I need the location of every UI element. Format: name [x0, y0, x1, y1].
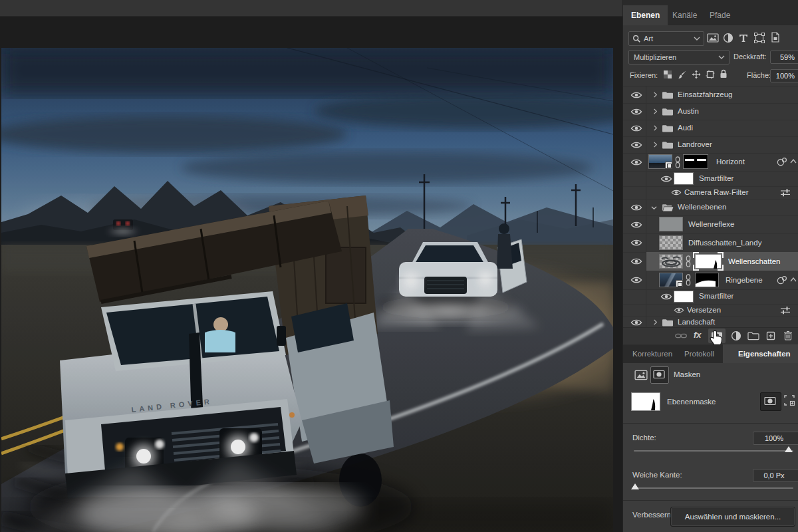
- layer-row-horizont[interactable]: Horizont: [623, 153, 798, 172]
- chevron-down-icon[interactable]: [651, 205, 657, 211]
- select-and-mask-button[interactable]: Auswählen und maskieren...: [670, 507, 795, 527]
- lock-all-icon[interactable]: [720, 69, 728, 78]
- fill-value[interactable]: 100%: [770, 69, 798, 82]
- adjustment-filter-icon[interactable]: [723, 33, 733, 43]
- eye-icon[interactable]: [630, 141, 642, 149]
- eye-icon[interactable]: [630, 319, 642, 327]
- eye-icon[interactable]: [674, 307, 684, 314]
- filter-blend-options-icon[interactable]: [780, 306, 791, 315]
- density-value[interactable]: 100%: [753, 432, 798, 445]
- layer-row-landrover[interactable]: Landrover: [623, 136, 798, 154]
- tab-kanaele[interactable]: Kanäle: [664, 5, 705, 25]
- blend-mode-dropdown[interactable]: Multiplizieren: [628, 50, 730, 65]
- pixel-filter-icon[interactable]: [707, 33, 719, 43]
- filter-name: Versetzen: [687, 306, 721, 314]
- smart-filter-mask-row[interactable]: Smartfilter: [623, 171, 798, 187]
- chevron-right-icon[interactable]: [652, 142, 658, 148]
- smart-filter-icon[interactable]: [776, 157, 788, 166]
- filter-mask-thumbnail[interactable]: [674, 291, 694, 303]
- new-group-icon[interactable]: [747, 331, 759, 340]
- new-layer-icon[interactable]: [766, 331, 775, 340]
- opacity-value-text: 59%: [780, 53, 795, 61]
- layer-row-diffusschatten[interactable]: Diffusschatten_Landy: [623, 233, 798, 253]
- eye-icon[interactable]: [630, 239, 642, 247]
- filter-blend-options-icon[interactable]: [780, 188, 791, 197]
- mask-link-icon[interactable]: [686, 255, 691, 267]
- layer-thumbnail[interactable]: [648, 154, 672, 169]
- chevron-right-icon[interactable]: [652, 108, 658, 114]
- layer-name: Landschaft: [678, 318, 715, 326]
- layer-mask-preview-thumbnail[interactable]: [631, 392, 660, 411]
- layer-row-landschaft[interactable]: Landschaft: [623, 317, 798, 328]
- layer-effects-icon[interactable]: fx: [694, 330, 702, 340]
- eye-icon[interactable]: [630, 158, 642, 166]
- lock-transparency-icon[interactable]: [663, 70, 672, 79]
- mask-properties-icon[interactable]: [650, 366, 669, 384]
- feather-value[interactable]: 0,0 Px: [753, 469, 798, 482]
- adjustment-layer-icon[interactable]: [731, 331, 741, 341]
- mask-link-icon[interactable]: [675, 156, 680, 168]
- type-filter-icon[interactable]: [739, 33, 748, 43]
- pixel-properties-icon[interactable]: [634, 370, 648, 380]
- eye-icon[interactable]: [660, 293, 672, 301]
- lock-pixels-icon[interactable]: [678, 70, 687, 79]
- chevron-right-icon[interactable]: [652, 319, 658, 325]
- collapse-filters-icon[interactable]: [790, 277, 797, 282]
- delete-layer-icon[interactable]: [783, 331, 793, 340]
- layer-row-wellenebenen[interactable]: Wellenebenen: [623, 199, 798, 216]
- filter-row-camera-raw[interactable]: Camera Raw-Filter: [623, 186, 798, 200]
- opacity-value[interactable]: 59%: [770, 51, 798, 64]
- eye-icon[interactable]: [630, 257, 642, 265]
- tab-protokoll[interactable]: Protokoll: [684, 344, 714, 363]
- layer-row-audi[interactable]: Audi: [623, 120, 798, 137]
- feather-slider-track[interactable]: [634, 487, 793, 489]
- lock-position-icon[interactable]: [692, 70, 701, 79]
- layer-row-einsatzfahrzeug[interactable]: Einsatzfahrzeug: [623, 86, 798, 104]
- eye-icon[interactable]: [671, 189, 682, 196]
- select-mask-button[interactable]: [760, 392, 781, 411]
- chevron-right-icon[interactable]: [652, 92, 658, 98]
- add-vector-mask-icon[interactable]: [784, 395, 795, 406]
- density-slider-thumb[interactable]: [785, 446, 793, 452]
- layer-row-wellenschatten[interactable]: Wellenschatten: [623, 252, 798, 271]
- canvas-document[interactable]: LAND ROVER: [1, 48, 613, 532]
- tab-korrekturen[interactable]: Korrekturen: [632, 344, 672, 363]
- chevron-right-icon[interactable]: [652, 125, 658, 131]
- lock-artboard-icon[interactable]: [706, 70, 715, 79]
- smart-filter-icon[interactable]: [776, 275, 788, 285]
- folder-open-icon: [662, 203, 674, 212]
- eye-icon[interactable]: [630, 124, 642, 132]
- layer-name: Audi: [678, 124, 693, 132]
- density-slider-track[interactable]: [634, 450, 793, 452]
- layer-thumbnail[interactable]: [659, 217, 683, 231]
- layer-row-austin[interactable]: Austin: [623, 103, 798, 120]
- feather-slider-thumb[interactable]: [631, 483, 639, 489]
- eye-icon[interactable]: [660, 175, 672, 183]
- filter-row-versetzen[interactable]: Versetzen: [623, 304, 798, 317]
- layer-thumbnail[interactable]: [659, 254, 683, 269]
- eye-icon[interactable]: [630, 276, 642, 284]
- layer-mask-thumbnail[interactable]: [695, 254, 722, 269]
- eye-icon[interactable]: [630, 203, 642, 211]
- layer-mask-thumbnail[interactable]: [695, 273, 719, 287]
- layer-row-ringebene[interactable]: Ringebene: [623, 271, 798, 290]
- mask-link-icon[interactable]: [686, 274, 691, 286]
- layer-thumbnail[interactable]: [659, 273, 683, 287]
- smart-object-filter-icon[interactable]: [771, 32, 780, 43]
- shape-filter-icon[interactable]: [754, 33, 765, 43]
- filter-mask-thumbnail[interactable]: [674, 172, 694, 185]
- tab-pfade[interactable]: Pfade: [702, 5, 738, 25]
- tab-eigenschaften[interactable]: Eigenschaften: [723, 344, 798, 363]
- eye-icon[interactable]: [630, 91, 642, 99]
- collapse-filters-icon[interactable]: [790, 159, 797, 164]
- layer-name: Landrover: [678, 140, 712, 148]
- tab-ebenen[interactable]: Ebenen: [623, 5, 668, 25]
- link-layers-icon[interactable]: [675, 332, 687, 339]
- smart-filter-mask-row[interactable]: Smartfilter: [623, 289, 798, 305]
- layer-mask-thumbnail[interactable]: [683, 154, 708, 169]
- layer-row-wellenreflexe[interactable]: Wellenreflexe: [623, 215, 798, 234]
- eye-icon[interactable]: [630, 221, 642, 229]
- eye-icon[interactable]: [630, 108, 642, 116]
- layer-thumbnail[interactable]: [659, 235, 683, 250]
- layer-filter-search[interactable]: Art: [628, 31, 704, 46]
